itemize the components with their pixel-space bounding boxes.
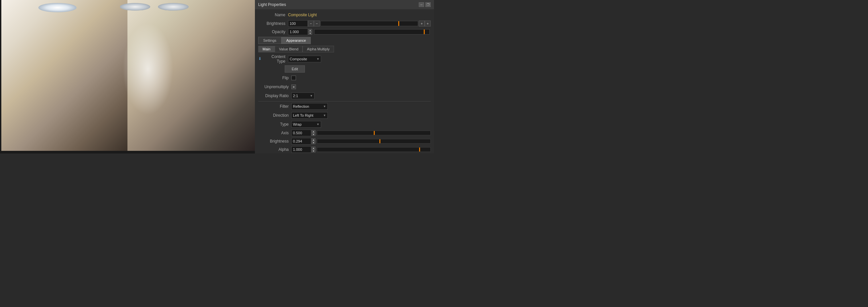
- display-ratio-row: Display Ratio 2:1 ▼: [258, 92, 431, 100]
- brightness-slider[interactable]: [320, 21, 418, 26]
- content-type-value: Composite: [290, 57, 315, 61]
- axis-row: Axis 0.500 ▲ ▼: [258, 130, 431, 136]
- alpha-down-button[interactable]: ▼: [311, 149, 315, 152]
- type-row: Type Wrap ▼: [258, 121, 431, 128]
- sub-tab-main[interactable]: Main: [258, 46, 275, 52]
- opacity-down-button[interactable]: ▼: [308, 32, 312, 35]
- sub-tab-value-blend[interactable]: Value Blend: [275, 46, 303, 52]
- scene-left: [0, 0, 127, 154]
- axis-value: 0.500: [293, 131, 302, 135]
- axis-arrows: ▲ ▼: [311, 130, 315, 136]
- axis-value-group: 0.500 ▲ ▼: [291, 130, 315, 136]
- tab-settings[interactable]: Settings: [258, 37, 281, 44]
- panel-title: Light Properties: [258, 2, 286, 7]
- alpha-slider-thumb: [419, 147, 420, 151]
- filter-row: Filter Reflection ▼: [258, 103, 431, 110]
- flip-checkbox[interactable]: [291, 76, 296, 80]
- filter-value: Reflection: [293, 105, 322, 108]
- opacity-up-button[interactable]: ▲: [308, 29, 312, 32]
- filter-brightness-slider[interactable]: [317, 139, 431, 144]
- type-dropdown[interactable]: Wrap ▼: [291, 121, 321, 128]
- unpremultiply-row: Unpremultiply ✕: [258, 83, 431, 90]
- axis-slider[interactable]: [317, 131, 431, 135]
- edit-row: Edit: [258, 65, 431, 73]
- divider-1: [258, 101, 431, 102]
- filter-arrow-icon: ▼: [323, 105, 326, 108]
- type-arrow-icon: ▼: [316, 123, 319, 126]
- alpha-row: Alpha 1.000 ▲ ▼: [258, 146, 431, 153]
- axis-up-button[interactable]: ▲: [311, 130, 315, 133]
- filter-brightness-up-button[interactable]: ▲: [311, 138, 315, 141]
- sub-tabs: Main Value Blend Alpha Multiply: [258, 46, 431, 52]
- unpremultiply-checkbox[interactable]: ✕: [291, 85, 296, 89]
- brightness-slider-thumb: [398, 21, 399, 26]
- minimize-button[interactable]: ─: [419, 2, 424, 7]
- edit-button[interactable]: Edit: [285, 65, 305, 73]
- type-value: Wrap: [293, 122, 315, 126]
- alpha-value: 1.000: [293, 147, 302, 151]
- alpha-value-group: 1.000 ▲ ▼: [291, 146, 315, 153]
- main-tabs: Settings Appearance: [258, 37, 431, 44]
- axis-label: Axis: [258, 131, 291, 135]
- border-bottom: [0, 151, 255, 154]
- content-type-row: ⬇ Content Type Composite ▼: [258, 54, 431, 64]
- opacity-slider[interactable]: [314, 29, 430, 34]
- brightness-slider-track: [321, 21, 418, 26]
- alpha-up-button[interactable]: ▲: [311, 146, 315, 149]
- alpha-arrows: ▲ ▼: [311, 146, 315, 152]
- filter-brightness-slider-thumb: [379, 139, 380, 143]
- display-ratio-arrow-icon: ▼: [310, 94, 313, 97]
- display-ratio-label: Display Ratio: [258, 93, 291, 98]
- filter-brightness-arrows: ▲ ▼: [311, 138, 315, 144]
- glare-overlay: [123, 23, 174, 115]
- alpha-value-box[interactable]: 1.000: [291, 146, 311, 153]
- filter-dropdown[interactable]: Reflection ▼: [291, 103, 328, 110]
- opacity-value-box[interactable]: 1.000: [288, 29, 308, 35]
- direction-row: Direction Left To Right ▼: [258, 112, 431, 119]
- alpha-slider[interactable]: [317, 147, 431, 152]
- name-value: Composite Light: [288, 12, 317, 17]
- opacity-value: 1.000: [290, 30, 299, 34]
- unpremultiply-label: Unpremultiply: [258, 85, 291, 89]
- restore-button[interactable]: ❐: [425, 2, 431, 7]
- title-bar-buttons: ─ ❐: [419, 2, 431, 7]
- title-bar: Light Properties ─ ❐: [255, 0, 434, 9]
- brightness-plus-button[interactable]: +: [419, 21, 425, 27]
- filter-brightness-down-button[interactable]: ▼: [311, 141, 315, 144]
- sub-tab-alpha-multiply[interactable]: Alpha Multiply: [303, 46, 334, 52]
- content-type-dropdown[interactable]: Composite ▼: [288, 56, 321, 62]
- content-type-label: Content Type: [265, 54, 288, 64]
- properties-panel: Light Properties ─ ❐ Name Composite Ligh…: [255, 0, 434, 154]
- brightness-minus-button[interactable]: −: [308, 21, 314, 27]
- direction-dropdown[interactable]: Left To Right ▼: [291, 112, 328, 119]
- display-ratio-dropdown[interactable]: 2:1 ▼: [291, 92, 314, 99]
- opacity-main-row: Opacity 1.000 ▲ ▼: [258, 29, 431, 35]
- alpha-label: Alpha: [258, 147, 291, 152]
- brightness-main-row: Brightness 100 − − + +: [258, 20, 431, 27]
- filter-brightness-value-box[interactable]: 0.294: [291, 138, 311, 144]
- opacity-value-group: 1.000 ▲ ▼: [288, 29, 312, 35]
- direction-label: Direction: [258, 113, 291, 118]
- filter-brightness-label: Brightness: [258, 139, 291, 144]
- content-type-arrow-icon: ▼: [316, 57, 319, 61]
- axis-slider-thumb: [374, 131, 375, 135]
- type-label: Type: [258, 122, 291, 127]
- brightness-main-value: 100: [290, 22, 296, 26]
- brightness-plus2-button[interactable]: +: [425, 21, 431, 27]
- filter-brightness-row: Brightness 0.294 ▲ ▼: [258, 138, 431, 144]
- brightness-minus2-button[interactable]: −: [314, 21, 320, 27]
- opacity-slider-track: [314, 29, 429, 34]
- tab-appearance[interactable]: Appearance: [281, 37, 311, 44]
- name-label: Name: [258, 12, 288, 17]
- direction-value: Left To Right: [293, 113, 322, 117]
- border-left: [0, 0, 1, 154]
- opacity-arrows: ▲ ▼: [308, 29, 312, 35]
- download-icon: ⬇: [258, 56, 264, 62]
- axis-down-button[interactable]: ▼: [311, 133, 315, 136]
- axis-value-box[interactable]: 0.500: [291, 130, 311, 136]
- flip-row: Flip: [258, 74, 431, 82]
- ceiling-light-left: [38, 3, 77, 12]
- properties-content: Name Composite Light Brightness 100 − − …: [255, 9, 434, 154]
- image-viewport: [0, 0, 255, 154]
- opacity-slider-thumb: [424, 29, 425, 34]
